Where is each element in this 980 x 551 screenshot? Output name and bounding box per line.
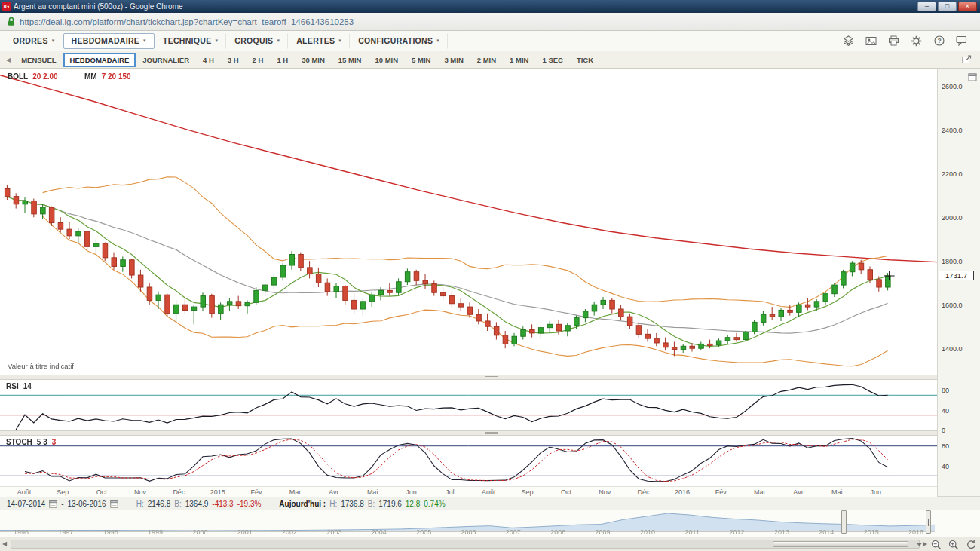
timeframe-hebdomadaire[interactable]: HEBDOMADAIRE <box>63 53 136 67</box>
maximize-button[interactable]: □ <box>938 2 957 11</box>
scroll-left-icon[interactable]: ◀ <box>2 57 14 63</box>
timeframe-mensuel[interactable]: MENSUEL <box>14 53 63 67</box>
range-navigator[interactable]: 1996199719981999200020012002200320042005… <box>0 510 980 537</box>
range-change-pct: -19.3% <box>237 500 262 508</box>
timeframe-1min[interactable]: 1 MIN <box>503 53 535 67</box>
date-separator: - <box>61 500 63 508</box>
timeframe-15min[interactable]: 15 MIN <box>332 53 369 67</box>
menu-ordres[interactable]: ORDRES▾ <box>5 33 63 49</box>
price-axis-label: 1600.0 <box>942 302 963 309</box>
current-price-tag: 1731.7 <box>939 271 974 280</box>
navigator-year-label: 2001 <box>231 528 259 536</box>
navigator-year-label: 2004 <box>366 528 393 536</box>
range-low-value: 1364.9 <box>185 500 209 508</box>
scrollbar-thumb[interactable] <box>773 541 908 547</box>
timeframe-3min[interactable]: 3 MIN <box>437 53 470 67</box>
collapse-icon[interactable] <box>913 539 925 550</box>
navigator-year-label: 2002 <box>276 528 303 536</box>
scrollbar-track[interactable] <box>11 540 920 549</box>
rsi-name: RSI <box>6 382 19 390</box>
x-axis-label: Oct <box>551 488 581 496</box>
x-axis-label: Sep <box>513 488 543 496</box>
help-icon[interactable]: ? <box>933 35 945 47</box>
navigator-year-label: 1999 <box>142 528 169 536</box>
timeframe-10min[interactable]: 10 MIN <box>368 53 405 67</box>
stoch-name: STOCH <box>6 438 32 446</box>
today-high-value: 1736.8 <box>341 500 364 508</box>
menu-alertes[interactable]: ALERTES▾ <box>288 33 350 49</box>
timeframe-journalier[interactable]: JOURNALIER <box>136 53 196 67</box>
x-axis-label: Mar <box>280 488 310 496</box>
navigator-year-label: 1998 <box>97 528 124 536</box>
chevron-down-icon: ▾ <box>215 38 218 44</box>
timeframe-1h[interactable]: 1 H <box>270 53 295 67</box>
timeframe-tick[interactable]: TICK <box>570 53 600 67</box>
price-chart-canvas[interactable] <box>0 69 937 375</box>
today-change-pct: 0.74% <box>424 500 445 508</box>
timeframe-3h[interactable]: 3 H <box>221 53 246 67</box>
timeframe-2min[interactable]: 2 MIN <box>470 53 503 67</box>
detach-icon[interactable] <box>962 55 978 64</box>
panel-divider[interactable] <box>0 375 937 380</box>
stoch-panel-canvas[interactable] <box>0 436 937 486</box>
indicative-value-note: Valeur à titre indicatif <box>8 362 74 370</box>
close-button[interactable]: × <box>958 2 977 11</box>
divider-grip-icon[interactable] <box>485 376 498 379</box>
range-high-value: 2146.8 <box>148 500 171 508</box>
calendar-icon[interactable] <box>110 500 118 508</box>
navigator-year-label: 2010 <box>634 528 661 536</box>
settings-icon[interactable] <box>910 35 923 47</box>
rsi-axis-label: 80 <box>942 387 949 394</box>
scroll-left-arrow[interactable]: ◀ <box>2 540 7 547</box>
timeframe-4h[interactable]: 4 H <box>196 53 221 67</box>
timeframe-5min[interactable]: 5 MIN <box>405 53 437 67</box>
chevron-down-icon: ▾ <box>52 38 55 44</box>
chevron-down-icon: ▾ <box>277 38 280 44</box>
timeframe-1sec[interactable]: 1 SEC <box>535 53 569 67</box>
zoom-out-icon[interactable] <box>930 539 942 550</box>
print-icon[interactable] <box>887 35 900 47</box>
navigator-year-label: 1997 <box>52 528 79 536</box>
popout-icon[interactable] <box>968 71 977 84</box>
timeframe-30min[interactable]: 30 MIN <box>295 53 332 67</box>
url-bar: https://deal.ig.com/platform/chart/tickc… <box>0 13 980 31</box>
panel-divider[interactable] <box>0 430 937 436</box>
ig-logo: IG <box>2 2 11 11</box>
today-low-label: B: <box>368 500 375 508</box>
feedback-icon[interactable] <box>955 35 968 47</box>
timeframe-2h[interactable]: 2 H <box>246 53 271 67</box>
menu-configurations[interactable]: CONFIGURATIONS▾ <box>350 33 448 49</box>
layers-icon[interactable] <box>842 35 855 47</box>
navigator-year-label: 2014 <box>813 528 840 536</box>
menu-hebdomadaire[interactable]: HEBDOMADAIRE▾ <box>63 33 155 49</box>
rsi-indicator-label[interactable]: RSI 14 <box>6 382 32 390</box>
menu-croquis[interactable]: CROQUIS▾ <box>226 33 288 49</box>
range-low-label: B: <box>174 500 181 508</box>
divider-grip-icon[interactable] <box>485 432 498 435</box>
zoom-in-icon[interactable] <box>948 539 960 550</box>
stoch-params: 5 3 <box>37 438 47 446</box>
x-axis-label: Déc <box>164 488 194 496</box>
navigator-year-label: 2003 <box>320 528 348 536</box>
snapshot-icon[interactable] <box>865 35 877 47</box>
chevron-down-icon: ▾ <box>338 38 341 44</box>
zoom-reset-icon[interactable] <box>965 539 977 550</box>
navigator-handle-right[interactable] <box>926 510 931 534</box>
timeframe-tabs: MENSUELHEBDOMADAIREJOURNALIER4 H3 H2 H1 … <box>14 51 600 68</box>
price-axis-label: 1800.0 <box>942 258 963 265</box>
chevron-down-icon: ▾ <box>143 38 146 44</box>
rsi-panel-canvas[interactable] <box>0 380 937 430</box>
boll-indicator-label[interactable]: BOLL 20 2.00 <box>8 72 58 81</box>
chart-zoom-controls <box>913 539 977 550</box>
navigator-handle-left[interactable] <box>841 510 847 534</box>
menu-bar: ORDRES▾HEBDOMADAIRE▾TECHNIQUE▾CROQUIS▾AL… <box>0 31 980 51</box>
minimize-button[interactable]: – <box>917 2 936 11</box>
navigator-year-label: 2013 <box>768 528 795 536</box>
stoch-indicator-label[interactable]: STOCH 5 3 3 <box>6 438 56 446</box>
url-text[interactable]: https://deal.ig.com/platform/chart/tickc… <box>20 17 354 26</box>
calendar-icon[interactable] <box>49 500 57 508</box>
mm-indicator-label[interactable]: MM 7 20 150 <box>84 72 131 81</box>
window-title: Argent au comptant mini (500oz) - Google… <box>14 2 914 11</box>
lock-icon[interactable] <box>8 17 15 26</box>
menu-technique[interactable]: TECHNIQUE▾ <box>155 33 226 49</box>
